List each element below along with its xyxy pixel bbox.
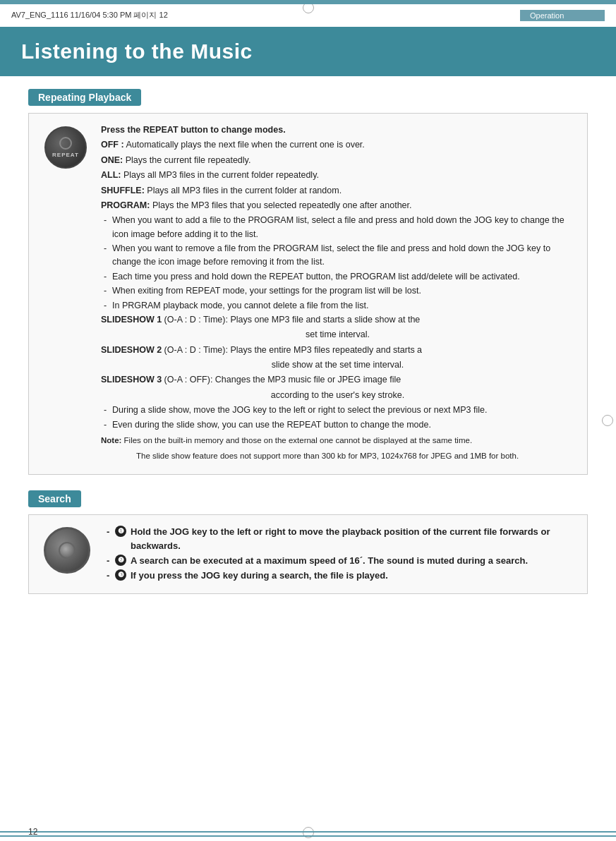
one-label: ONE: xyxy=(101,155,123,165)
note-line1: Note: Files on the built-in memory and t… xyxy=(101,435,574,447)
operation-label: Operation xyxy=(520,10,605,21)
repeating-playback-label: Repeating Playback xyxy=(28,89,141,106)
shuffle-label: SHUFFLE: xyxy=(101,186,145,195)
all-label: ALL: xyxy=(101,170,121,180)
repeat-icon: REPEAT xyxy=(44,126,87,169)
repeat-icon-inner xyxy=(59,137,72,150)
slideshow2-text: Plays the entire MP3 files repeatedly an… xyxy=(230,345,422,355)
off-label: OFF : xyxy=(101,140,124,150)
slideshow2-cont: slide show at the set time interval. xyxy=(101,358,574,372)
search-jog-icon xyxy=(44,527,90,574)
slideshow-bullet-2: Even during the slide show, you can use … xyxy=(101,418,574,432)
repeat-icon-label: REPEAT xyxy=(52,152,79,158)
search-icon-wrap xyxy=(42,525,92,576)
slideshow-bullet-1: During a slide show, move the JOG key to… xyxy=(101,404,574,417)
note-line2: The slide show feature does not support … xyxy=(101,450,574,463)
search-item-1: ❶ Hold the JOG key to the left or right … xyxy=(104,525,574,553)
search-box: ❶ Hold the JOG key to the left or right … xyxy=(28,514,588,595)
search-label: Search xyxy=(28,490,81,507)
slideshow3-text: Changes the MP3 music file or JPEG image… xyxy=(215,375,401,385)
off-text: Automatically plays the next file when t… xyxy=(126,140,364,150)
search-item-2: ❷ A search can be executed at a maximum … xyxy=(104,554,574,568)
file-info: AV7_ENG_1116 11/16/04 5:30 PM 페이지 12 xyxy=(11,10,520,20)
slideshow3-label: SLIDESHOW 3 xyxy=(101,375,162,385)
jog-center xyxy=(59,542,76,559)
search-text-content: ❶ Hold the JOG key to the left or right … xyxy=(104,525,574,584)
program-bullets: When you want to add a file to the PROGR… xyxy=(101,214,574,313)
search-section: Search ❶ Hold the JOG key to the left or… xyxy=(28,490,588,595)
slideshow2-detail: (O-A : D : Time): xyxy=(164,345,228,355)
program-bullet-2: When you want to remove a file from the … xyxy=(101,242,574,270)
repeat-icon-wrap: REPEAT xyxy=(42,123,90,171)
registration-mark-right xyxy=(602,415,613,426)
search-text-2: A search can be executed at a maximum sp… xyxy=(131,554,528,568)
repeating-playback-section: Repeating Playback REPEAT Press the REPE… xyxy=(28,89,588,475)
bottom-line2 xyxy=(0,835,616,837)
slideshow3-cont: according to the user's key stroke. xyxy=(101,389,574,402)
slideshow1-text: Plays one MP3 file and starts a slide sh… xyxy=(230,315,420,325)
slideshow3-detail: (O-A : OFF): xyxy=(164,375,213,385)
shuffle-text: Plays all MP3 files in the current folde… xyxy=(147,186,342,195)
slideshow1-label: SLIDESHOW 1 xyxy=(101,315,162,325)
page-title: Listening to the Music xyxy=(21,40,595,63)
repeating-playback-text: Press the REPEAT button to change modes.… xyxy=(101,123,574,464)
top-border xyxy=(0,0,616,4)
all-text: Plays all MP3 files in the current folde… xyxy=(123,170,319,180)
search-items-list: ❶ Hold the JOG key to the left or right … xyxy=(104,525,574,583)
slideshow-bullets: During a slide show, move the JOG key to… xyxy=(101,404,574,432)
search-num-1: ❶ xyxy=(115,526,126,537)
page-number: 12 xyxy=(28,827,37,837)
search-num-2: ❷ xyxy=(115,555,126,566)
program-bullet-5: In PRGRAM playback mode, you cannot dele… xyxy=(101,299,574,313)
search-text-3: If you press the JOG key during a search… xyxy=(131,569,388,583)
program-bullet-3: Each time you press and hold down the RE… xyxy=(101,270,574,284)
program-bullet-1: When you want to add a file to the PROGR… xyxy=(101,214,574,241)
bottom-line1 xyxy=(0,831,616,833)
program-text: Plays the MP3 files that you selected re… xyxy=(152,200,412,210)
repeating-playback-box: REPEAT Press the REPEAT button to change… xyxy=(28,113,588,475)
slideshow1-cont: set time interval. xyxy=(101,328,574,341)
search-item-3: ❸ If you press the JOG key during a sear… xyxy=(104,569,574,583)
program-bullet-4: When exiting from REPEAT mode, your sett… xyxy=(101,284,574,298)
title-section: Listening to the Music xyxy=(0,27,616,76)
program-label: PROGRAM: xyxy=(101,200,150,210)
one-text: Plays the current file repeatedly. xyxy=(126,155,251,165)
search-num-3: ❸ xyxy=(115,569,126,581)
slideshow1-detail: (O-A : D : Time): xyxy=(164,315,228,325)
slideshow2-label: SLIDESHOW 2 xyxy=(101,345,162,355)
main-content: Repeating Playback REPEAT Press the REPE… xyxy=(0,76,616,622)
press-line: Press the REPEAT button to change modes. xyxy=(101,125,286,135)
search-text-1: Hold the JOG key to the left or right to… xyxy=(131,525,574,553)
